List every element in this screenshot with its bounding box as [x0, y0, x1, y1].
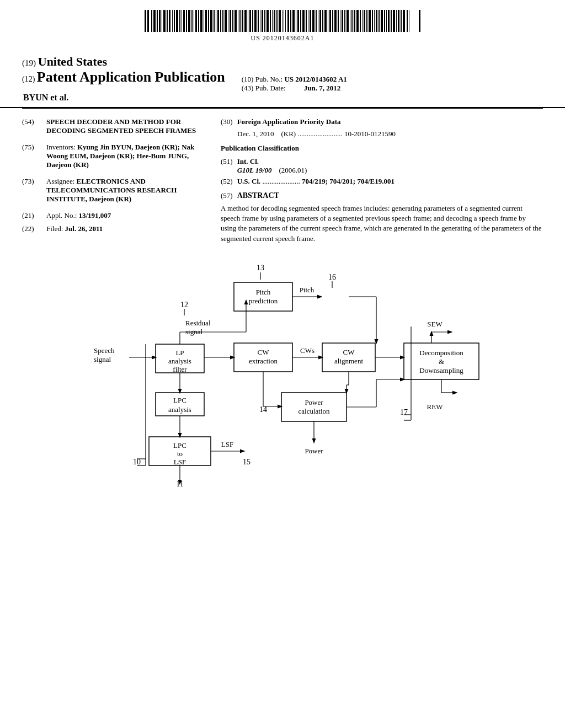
foreign-date: Dec. 1, 2010: [237, 130, 274, 138]
section-75: (75) Inventors: Kyung Jin BYUN, Daejeon …: [22, 143, 210, 169]
section51-content: Int. Cl. G10L 19/00 (2006.01): [237, 157, 307, 175]
section54-title: SPEECH DECODER AND METHOD FOR DECODING S…: [46, 117, 196, 135]
section-21: (21) Appl. No.: 13/191,007: [22, 211, 210, 220]
left-column: (54) SPEECH DECODER AND METHOD FOR DECOD…: [22, 117, 210, 244]
svg-rect-9: [169, 10, 170, 32]
svg-rect-32: [225, 10, 227, 32]
pub-date-number: (43): [242, 84, 254, 92]
svg-rect-95: [379, 10, 380, 32]
section22-content: Filed: Jul. 26, 2011: [46, 224, 103, 233]
svg-rect-4: [157, 10, 158, 32]
svg-rect-102: [396, 10, 397, 32]
svg-rect-81: [344, 10, 345, 32]
section22-num: (22): [22, 224, 42, 233]
us-cl-dots: .....................: [263, 177, 300, 185]
svg-rect-17: [188, 10, 190, 32]
section73-num: (73): [22, 177, 42, 204]
foreign-number: 10-2010-0121590: [344, 130, 396, 138]
patent-number-display: US 20120143602A1: [0, 34, 565, 42]
svg-rect-96: [381, 10, 383, 32]
svg-rect-50: [270, 10, 271, 32]
section-51: (51) Int. Cl. G10L 19/00 (2006.01): [221, 157, 543, 175]
pub-number-label: (10) Pub. No.:: [242, 75, 282, 83]
section21-content: Appl. No.: 13/191,007: [46, 211, 111, 220]
svg-rect-88: [362, 10, 363, 32]
svg-rect-101: [393, 10, 395, 32]
svg-text:alignment: alignment: [334, 357, 363, 365]
diagram-area: 13 12 Speech signal Residual signal LP a…: [0, 244, 565, 547]
svg-rect-22: [200, 10, 202, 32]
section-30: (30) Foreign Application Priority Data D…: [221, 117, 543, 138]
country-name: United States: [38, 55, 107, 68]
svg-rect-56: [284, 10, 284, 32]
svg-rect-86: [356, 10, 359, 32]
svg-rect-83: [350, 10, 350, 32]
svg-rect-7: [163, 10, 166, 32]
svg-rect-99: [388, 10, 390, 32]
cw-extraction-label: CW: [258, 348, 270, 356]
svg-rect-74: [328, 10, 328, 32]
svg-rect-26: [210, 10, 212, 32]
svg-rect-52: [274, 10, 275, 32]
foreign-dots: .........................: [297, 130, 342, 138]
pub-classification: Publication Classification: [221, 144, 543, 153]
svg-rect-40: [244, 10, 247, 32]
section57-num: (57): [221, 191, 233, 200]
svg-text:LSF: LSF: [174, 458, 186, 466]
svg-text:signal: signal: [94, 355, 111, 363]
section54-num: (54): [22, 117, 42, 135]
svg-rect-65: [306, 10, 307, 32]
svg-rect-71: [319, 10, 321, 32]
svg-rect-73: [324, 10, 327, 32]
svg-rect-30: [220, 10, 221, 32]
svg-rect-85: [354, 10, 355, 32]
svg-rect-55: [282, 10, 282, 32]
section52-content: U.S. Cl. ..................... 704/219; …: [237, 177, 395, 186]
svg-rect-8: [167, 10, 168, 32]
svg-rect-33: [228, 10, 228, 32]
svg-rect-93: [374, 10, 375, 32]
lp-analysis-label: LP: [175, 349, 184, 357]
patent-app-row: (12) Patent Application Publication (10)…: [22, 69, 543, 93]
us-cl-value: 704/219; 704/201; 704/E19.001: [302, 177, 395, 185]
foreign-data-row: Dec. 1, 2010 (KR) ......................…: [221, 130, 543, 138]
svg-rect-39: [242, 10, 243, 32]
svg-rect-80: [342, 10, 343, 32]
type-title: Patent Application Publication: [37, 69, 225, 85]
svg-rect-91: [369, 10, 371, 32]
svg-rect-51: [272, 10, 273, 32]
svg-rect-98: [386, 10, 387, 32]
svg-rect-46: [260, 10, 260, 32]
svg-rect-94: [376, 10, 377, 32]
pub-date-row: (43) Pub. Date: Jun. 7, 2012: [242, 84, 347, 93]
svg-rect-53: [276, 10, 278, 32]
svg-rect-72: [322, 10, 323, 32]
int-cl-label: Int. Cl.: [237, 157, 259, 165]
cws-label: CWs: [300, 346, 315, 355]
svg-rect-78: [338, 10, 339, 32]
svg-rect-47: [262, 10, 263, 32]
svg-rect-108: [419, 10, 420, 32]
svg-rect-35: [232, 10, 233, 32]
lpc-analysis-label: LPC: [173, 396, 186, 404]
svg-rect-97: [384, 10, 385, 32]
pub-number-row: (10) Pub. No.: US 2012/0143602 A1: [242, 75, 347, 84]
svg-rect-29: [217, 10, 219, 32]
right-column: (30) Foreign Application Priority Data D…: [221, 117, 543, 244]
section-52: (52) U.S. Cl. ..................... 704/…: [221, 177, 543, 186]
pitch-label: Pitch: [300, 286, 315, 294]
abstract-title: ABSTRACT: [237, 191, 279, 200]
svg-rect-12: [176, 10, 178, 32]
diagram-svg: 13 12 Speech signal Residual signal LP a…: [84, 249, 481, 536]
svg-rect-31: [222, 10, 223, 32]
svg-text:calculation: calculation: [298, 407, 330, 415]
svg-rect-100: [391, 10, 392, 32]
svg-rect-27: [214, 10, 215, 32]
pub-class-title: Publication Classification: [221, 144, 299, 152]
country-number: (19): [22, 58, 36, 67]
patent-page: US 20120143602A1 (19) United States (12)…: [0, 0, 565, 728]
svg-rect-42: [249, 10, 251, 32]
svg-rect-54: [279, 10, 281, 32]
node12-label: 12: [180, 301, 188, 309]
node16-label: 16: [328, 273, 336, 281]
